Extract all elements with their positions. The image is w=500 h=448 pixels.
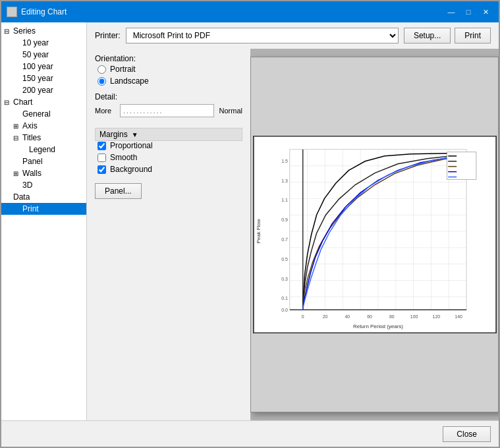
svg-text:20: 20 <box>322 314 327 319</box>
main-content: ⊟ Series 10 year 50 year 100 year 150 ye… <box>1 22 499 420</box>
svg-text:60: 60 <box>367 314 372 319</box>
svg-text:Peak Flow: Peak Flow <box>256 219 262 243</box>
sidebar-item-titles[interactable]: ⊟ Titles <box>1 132 86 144</box>
svg-text:100: 100 <box>410 314 418 319</box>
margins-label: Margins <box>99 130 128 139</box>
sidebar-label: 10 year <box>22 38 49 47</box>
proportional-label: Proportional <box>110 141 153 150</box>
smooth-checkbox-label[interactable]: Smooth <box>97 153 242 162</box>
background-checkbox[interactable] <box>97 165 106 174</box>
sidebar-item-chart[interactable]: ⊟ Chart <box>1 96 86 108</box>
sidebar-item-50year[interactable]: 50 year <box>1 49 86 61</box>
expander-icon: ⊞ <box>13 170 22 177</box>
sidebar-item-legend[interactable]: Legend <box>1 144 86 155</box>
portrait-radio-label[interactable]: Portrait <box>97 65 242 74</box>
sidebar-item-data[interactable]: Data <box>1 191 86 203</box>
proportional-checkbox-label[interactable]: Proportional <box>97 141 242 150</box>
smooth-label: Smooth <box>110 153 137 162</box>
panel-button[interactable]: Panel... <box>95 183 142 199</box>
right-panel: Printer: Microsoft Print to PDF Adobe PD… <box>87 22 499 420</box>
detail-dots: ............ <box>123 107 163 115</box>
landscape-radio-label[interactable]: Landscape <box>97 76 242 86</box>
close-window-button[interactable]: ✕ <box>478 5 493 18</box>
sidebar-label: Chart <box>13 98 32 107</box>
printer-select[interactable]: Microsoft Print to PDF Adobe PDF Default… <box>126 28 399 43</box>
normal-label: Normal <box>219 107 242 115</box>
printer-select-wrapper: Microsoft Print to PDF Adobe PDF Default… <box>126 28 399 43</box>
sidebar-item-axis[interactable]: ⊞ Axis <box>1 120 86 132</box>
portrait-label: Portrait <box>110 65 136 74</box>
title-bar-left: Editing Chart <box>7 7 67 17</box>
sidebar: ⊟ Series 10 year 50 year 100 year 150 ye… <box>1 22 87 420</box>
margins-section: Margins ▼ Proportional Smooth <box>95 124 242 174</box>
svg-text:80: 80 <box>389 314 394 319</box>
expander-icon: ⊟ <box>13 134 22 142</box>
top-controls: Printer: Microsoft Print to PDF Adobe PD… <box>87 22 499 49</box>
sidebar-item-3d[interactable]: 3D <box>1 179 86 191</box>
svg-text:0.3: 0.3 <box>281 277 288 281</box>
svg-text:1.3: 1.3 <box>281 179 288 183</box>
sidebar-label: 3D <box>22 181 32 190</box>
top-buttons: Setup... Print <box>404 28 491 43</box>
portrait-radio[interactable] <box>97 65 106 74</box>
margins-checkbox-group: Proportional Smooth Background <box>97 141 242 174</box>
sidebar-item-series[interactable]: ⊟ Series <box>1 25 86 37</box>
sidebar-label: Legend <box>29 145 55 154</box>
chart-svg: 0.0 0.1 0.3 0.5 0.7 0.9 1.1 1.3 1.5 0 2 <box>254 136 496 333</box>
detail-slider-container: ............ <box>120 104 214 117</box>
orientation-section: Orientation: Portrait Landscape <box>95 54 242 86</box>
sidebar-item-150year[interactable]: 150 year <box>1 72 86 84</box>
sidebar-item-100year[interactable]: 100 year <box>1 61 86 72</box>
more-label: More <box>95 107 115 115</box>
sidebar-label: 200 year <box>22 86 53 95</box>
sidebar-label: 150 year <box>22 74 53 83</box>
sidebar-item-10year[interactable]: 10 year <box>1 37 86 49</box>
expander-icon: ⊞ <box>13 123 22 130</box>
close-button[interactable]: Close <box>443 426 491 442</box>
preview-area: 0.0 0.1 0.3 0.5 0.7 0.9 1.1 1.3 1.5 0 2 <box>250 49 499 420</box>
sidebar-label: Series <box>13 26 36 36</box>
setup-button[interactable]: Setup... <box>404 28 451 43</box>
sidebar-item-general[interactable]: General <box>1 108 86 120</box>
sidebar-label: Titles <box>22 133 41 142</box>
sidebar-item-walls[interactable]: ⊞ Walls <box>1 167 86 179</box>
panel-btn-container: Panel... <box>95 183 242 199</box>
svg-text:1.1: 1.1 <box>281 198 288 202</box>
title-bar: Editing Chart — □ ✕ <box>1 1 499 22</box>
maximize-button[interactable]: □ <box>460 5 476 18</box>
page-preview: 0.0 0.1 0.3 0.5 0.7 0.9 1.1 1.3 1.5 0 2 <box>250 57 499 412</box>
sidebar-label: Data <box>13 192 30 202</box>
landscape-label: Landscape <box>110 76 149 86</box>
proportional-checkbox[interactable] <box>97 142 106 150</box>
svg-text:120: 120 <box>432 314 440 319</box>
sidebar-label: Print <box>22 204 39 213</box>
detail-label: Detail: <box>95 92 242 101</box>
app-icon <box>7 7 17 17</box>
sidebar-label: Axis <box>22 121 38 130</box>
smooth-checkbox[interactable] <box>97 154 106 162</box>
detail-section: Detail: More ............ Normal <box>95 92 242 120</box>
sidebar-item-panel[interactable]: Panel <box>1 155 86 167</box>
svg-text:Return Period (years): Return Period (years) <box>353 323 403 329</box>
expander-icon: ⊟ <box>4 28 13 35</box>
sidebar-label: Walls <box>22 169 42 178</box>
detail-row: More ............ Normal <box>95 104 242 117</box>
print-button[interactable]: Print <box>455 28 491 43</box>
orientation-label: Orientation: <box>95 54 242 63</box>
orientation-radio-group: Portrait Landscape <box>97 65 242 86</box>
sidebar-item-print[interactable]: Print <box>1 203 86 215</box>
background-label: Background <box>110 165 152 174</box>
chart-container: 0.0 0.1 0.3 0.5 0.7 0.9 1.1 1.3 1.5 0 2 <box>253 136 497 333</box>
background-checkbox-label[interactable]: Background <box>97 165 242 174</box>
expander-icon: ⊟ <box>4 99 13 106</box>
content-area: Orientation: Portrait Landscape <box>87 49 499 420</box>
sidebar-item-200year[interactable]: 200 year <box>1 84 86 96</box>
landscape-radio[interactable] <box>97 77 106 86</box>
margins-header: Margins ▼ <box>95 128 242 141</box>
main-window: Editing Chart — □ ✕ ⊟ Series 10 year 50 … <box>0 0 500 448</box>
minimize-button[interactable]: — <box>443 5 459 18</box>
footer: Close <box>1 420 499 447</box>
title-bar-buttons: — □ ✕ <box>443 5 493 18</box>
sidebar-label: Panel <box>22 157 43 166</box>
svg-text:0.1: 0.1 <box>281 296 288 300</box>
